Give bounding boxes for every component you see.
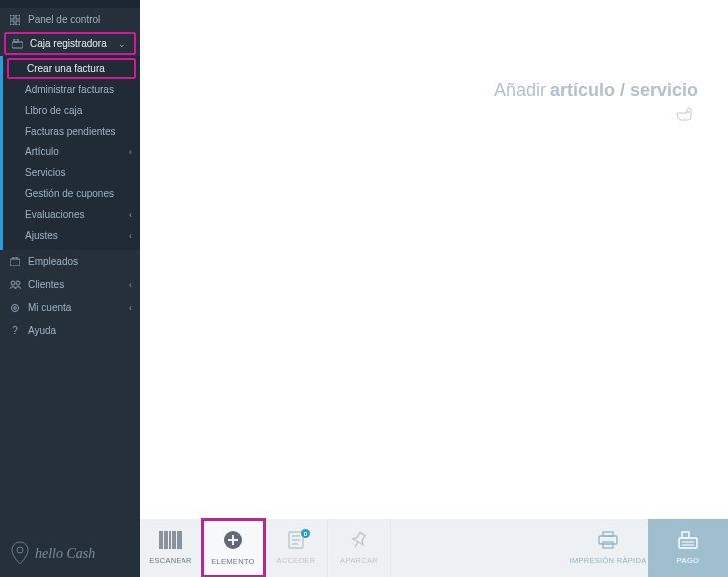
chevron-left-icon: ‹ (129, 231, 132, 241)
svg-rect-16 (603, 542, 613, 548)
sidebar-item-label: Clientes (28, 279, 64, 290)
sidebar-item-my-account[interactable]: Mi cuenta ‹ (0, 296, 140, 319)
bottombar-label: ESCANEAR (149, 556, 192, 565)
bottombar-park[interactable]: APARCAR (328, 519, 391, 577)
chevron-left-icon: ‹ (129, 147, 132, 157)
sidebar-item-label: Ayuda (28, 325, 56, 336)
cash-register-pay-icon (678, 531, 698, 553)
sidebar-sub-evaluations[interactable]: Evaluaciones ‹ (3, 204, 140, 225)
svg-rect-15 (603, 532, 613, 536)
bottombar-label: ELEMENTO (211, 557, 255, 566)
logo-pin-icon (10, 541, 30, 567)
add-item-hint[interactable]: Añadir artículo / servicio (494, 80, 698, 101)
svg-rect-14 (599, 536, 617, 544)
svg-rect-1 (16, 15, 20, 19)
sidebar-item-label: Empleados (28, 256, 78, 267)
sidebar-item-label: Evaluaciones (25, 209, 84, 220)
svg-point-9 (12, 304, 19, 311)
sidebar-item-label: Crear una factura (27, 63, 105, 74)
svg-rect-0 (10, 15, 14, 19)
svg-rect-17 (679, 538, 697, 548)
sidebar-sub-pending-invoices[interactable]: Facturas pendientes (3, 121, 140, 142)
bottombar-scan[interactable]: ESCANEAR (140, 519, 202, 577)
grid-icon (8, 15, 22, 25)
sidebar-sub-coupon-management[interactable]: Gestión de cupones (3, 183, 140, 204)
svg-rect-5 (14, 39, 18, 42)
sidebar-item-label: Libro de caja (25, 105, 82, 116)
logo: hello Cash (0, 531, 140, 577)
gear-icon (8, 303, 22, 313)
sidebar-item-label: Artículo (25, 146, 59, 157)
svg-point-7 (11, 281, 15, 285)
access-badge: 0 (301, 529, 310, 538)
svg-rect-6 (10, 259, 20, 266)
svg-rect-2 (10, 21, 14, 25)
printer-icon (598, 531, 618, 553)
add-item-prefix: Añadir (494, 80, 550, 100)
bottombar-label: PAGO (677, 556, 699, 565)
sidebar-item-dashboard[interactable]: Panel de control (0, 8, 140, 31)
sidebar-item-clients[interactable]: Clientes ‹ (0, 273, 140, 296)
bottombar-label: APARCAR (340, 556, 378, 565)
svg-rect-18 (682, 532, 689, 538)
svg-rect-4 (12, 42, 23, 48)
sidebar-sub-services[interactable]: Servicios (3, 162, 140, 183)
cash-register-icon (10, 39, 24, 49)
sidebar-item-label: Facturas pendientes (25, 126, 116, 137)
sidebar-sub-settings[interactable]: Ajustes ‹ (3, 225, 140, 246)
barcode-icon (159, 531, 182, 553)
sidebar-item-label: Mi cuenta (28, 302, 71, 313)
plus-circle-icon (223, 530, 243, 554)
chevron-left-icon: ‹ (129, 280, 132, 290)
sidebar: Panel de control Caja registradora ⌄ Cre… (0, 0, 140, 577)
add-item-strong: artículo / servicio (550, 80, 698, 100)
briefcase-icon (8, 257, 22, 266)
bottombar-element[interactable]: ELEMENTO (202, 519, 265, 577)
sidebar-item-label: Ajustes (25, 230, 58, 241)
svg-point-11 (17, 547, 23, 553)
sidebar-sub-manage-invoices[interactable]: Administrar facturas (3, 79, 140, 100)
help-icon: ? (8, 325, 22, 336)
chevron-left-icon: ‹ (129, 303, 132, 313)
sidebar-sub-create-invoice[interactable]: Crear una factura (7, 58, 136, 79)
svg-point-10 (14, 306, 17, 309)
pin-icon (350, 531, 368, 553)
sidebar-item-label: Administrar facturas (25, 84, 114, 95)
bottombar-access[interactable]: 0 ACCEDER (265, 519, 328, 577)
chevron-left-icon: ‹ (129, 210, 132, 220)
sidebar-item-label: Servicios (25, 167, 66, 178)
sidebar-sub-article[interactable]: Artículo ‹ (3, 142, 140, 162)
bottombar-label: ACCEDER (277, 556, 316, 565)
svg-rect-3 (16, 21, 20, 25)
users-icon (8, 280, 22, 289)
sidebar-item-label: Panel de control (28, 14, 100, 25)
sidebar-sub-cash-book[interactable]: Libro de caja (3, 100, 140, 121)
svg-point-8 (16, 281, 20, 285)
bottombar-label: IMPRESIÓN RÁPIDA (570, 556, 647, 565)
bottom-toolbar: ESCANEAR ELEMENTO 0 ACCEDER APARCAR (140, 519, 728, 577)
sidebar-item-label: Gestión de cupones (25, 188, 114, 199)
sidebar-topbar (0, 0, 140, 8)
sidebar-item-cash-register[interactable]: Caja registradora ⌄ (4, 32, 136, 55)
sidebar-submenu-cash-register: Crear una factura Administrar facturas L… (0, 56, 140, 250)
pointing-hand-icon (676, 107, 694, 125)
sidebar-item-help[interactable]: ? Ayuda (0, 319, 140, 342)
logo-text: hello Cash (35, 546, 95, 562)
sidebar-item-label: Caja registradora (30, 38, 107, 49)
bottombar-quick-print[interactable]: IMPRESIÓN RÁPIDA (568, 519, 648, 577)
bottombar-pay[interactable]: PAGO (648, 519, 728, 577)
chevron-down-icon: ⌄ (118, 39, 126, 49)
invoice-canvas: Añadir artículo / servicio (140, 0, 728, 519)
main-content: Añadir artículo / servicio ESCANEAR ELEM… (140, 0, 728, 577)
sidebar-item-employees[interactable]: Empleados (0, 250, 140, 273)
